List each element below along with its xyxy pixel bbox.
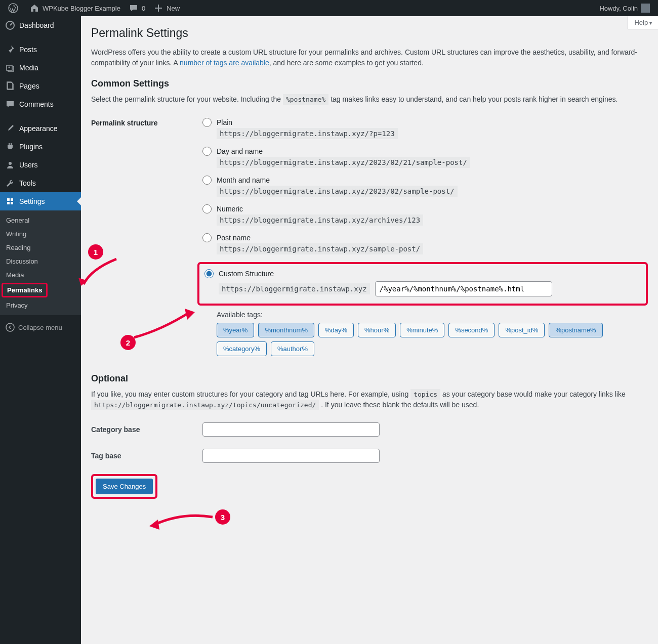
comments-link[interactable]: 0 — [125, 0, 149, 16]
annotation-2: 2 — [120, 335, 136, 350]
wp-logo[interactable] — [4, 0, 25, 16]
custom-base-url: https://bloggermigrate.instawp.xyz — [219, 283, 370, 294]
annotation-arrow-3 — [147, 507, 218, 532]
svg-point-3 — [9, 162, 12, 165]
radio-monthname[interactable] — [202, 176, 212, 185]
svg-rect-4 — [7, 198, 10, 201]
sub-permalinks[interactable]: Permalinks — [2, 283, 48, 297]
admin-bar: WPKube Blogger Example 0 New Howdy, Coli… — [0, 0, 658, 16]
annotation-arrow-2 — [132, 299, 197, 340]
tag-year[interactable]: %year% — [217, 323, 254, 337]
save-button[interactable]: Save Changes — [96, 479, 153, 494]
avatar — [641, 4, 650, 13]
menu-dashboard[interactable]: Dashboard — [0, 16, 81, 34]
comment-icon — [5, 99, 15, 109]
radio-dayname[interactable] — [202, 147, 212, 156]
menu-settings[interactable]: Settings — [0, 192, 81, 210]
radio-postname[interactable] — [202, 233, 212, 242]
collapse-menu[interactable]: Collapse menu — [0, 318, 81, 336]
tag-base-label: Tag base — [91, 452, 202, 460]
label-postname[interactable]: Post name — [217, 234, 251, 242]
menu-media[interactable]: Media — [0, 59, 81, 77]
save-highlight: Save Changes — [91, 474, 157, 499]
radio-numeric[interactable] — [202, 204, 212, 213]
label-plain[interactable]: Plain — [217, 118, 232, 126]
menu-tools[interactable]: Tools — [0, 174, 81, 192]
menu-pages[interactable]: Pages — [0, 77, 81, 95]
custom-structure-input[interactable] — [375, 281, 552, 296]
content-area: Help Permalink Settings WordPress offers… — [81, 16, 658, 644]
new-link[interactable]: New — [149, 0, 184, 16]
svg-rect-6 — [7, 202, 10, 204]
common-desc: Select the permalink structure for your … — [91, 94, 648, 105]
tag-postname[interactable]: %postname% — [549, 323, 602, 337]
tag-category[interactable]: %category% — [217, 341, 267, 356]
account-link[interactable]: Howdy, Colin — [595, 0, 654, 16]
custom-structure-block: Custom Structure https://bloggermigrate.… — [197, 262, 648, 306]
site-link[interactable]: WPKube Blogger Example — [25, 0, 125, 16]
menu-comments[interactable]: Comments — [0, 95, 81, 113]
svg-rect-7 — [11, 202, 13, 204]
tag-monthnum[interactable]: %monthnum% — [258, 323, 314, 337]
plugin-icon — [5, 142, 15, 152]
optional-desc: If you like, you may enter custom struct… — [91, 389, 648, 410]
topics-code: topics — [410, 389, 440, 400]
new-label: New — [167, 5, 180, 12]
admin-sidebar: Dashboard Posts Media Pages Comments App… — [0, 16, 81, 644]
tag-base-input[interactable] — [202, 449, 380, 463]
users-icon — [5, 160, 15, 170]
label-monthname[interactable]: Month and name — [217, 176, 270, 184]
svg-point-2 — [9, 67, 10, 68]
url-postname: https://bloggermigrate.instawp.xyz/sampl… — [217, 243, 423, 254]
category-base-label: Category base — [91, 425, 202, 434]
annotation-3: 3 — [215, 509, 230, 525]
topics-url-code: https://bloggermigrate.instawp.xyz/topic… — [91, 400, 319, 410]
pages-icon — [5, 81, 15, 91]
intro-text: WordPress offers you the ability to crea… — [91, 47, 648, 68]
brush-icon — [5, 123, 15, 134]
home-icon — [29, 3, 39, 13]
tag-post_id[interactable]: %post_id% — [499, 323, 545, 337]
sub-writing[interactable]: Writing — [0, 227, 81, 241]
help-button[interactable]: Help — [628, 16, 658, 29]
label-numeric[interactable]: Numeric — [217, 205, 243, 213]
menu-posts[interactable]: Posts — [0, 40, 81, 59]
tag-author[interactable]: %author% — [271, 341, 314, 356]
wordpress-icon — [8, 3, 18, 13]
menu-appearance[interactable]: Appearance — [0, 119, 81, 138]
common-settings-heading: Common Settings — [91, 78, 648, 89]
url-dayname: https://bloggermigrate.instawp.xyz/2023/… — [217, 157, 470, 168]
radio-custom[interactable] — [204, 269, 214, 278]
sub-privacy[interactable]: Privacy — [0, 298, 81, 312]
page-title: Permalink Settings — [91, 26, 648, 40]
tag-hour[interactable]: %hour% — [358, 323, 396, 337]
label-custom[interactable]: Custom Structure — [219, 270, 274, 278]
label-dayname[interactable]: Day and name — [217, 147, 263, 155]
comment-icon — [129, 3, 139, 13]
url-plain: https://bloggermigrate.instawp.xyz/?p=12… — [217, 128, 398, 139]
sub-general[interactable]: General — [0, 213, 81, 227]
menu-users[interactable]: Users — [0, 156, 81, 174]
tag-minute[interactable]: %minute% — [400, 323, 444, 337]
tags-container: %year%%monthnum%%day%%hour%%minute%%seco… — [217, 323, 648, 356]
comments-count: 0 — [142, 5, 145, 12]
annotation-1: 1 — [88, 244, 103, 260]
tools-icon — [5, 178, 15, 188]
radio-plain[interactable] — [202, 118, 212, 127]
tags-link[interactable]: number of tags are available — [180, 59, 269, 67]
howdy-text: Howdy, Colin — [599, 5, 638, 12]
svg-rect-5 — [11, 198, 13, 201]
plus-icon — [153, 3, 163, 13]
dashboard-icon — [5, 20, 15, 30]
optional-heading: Optional — [91, 373, 648, 384]
category-base-input[interactable] — [202, 422, 380, 437]
menu-plugins[interactable]: Plugins — [0, 138, 81, 156]
postname-tag-code: %postname% — [283, 94, 328, 105]
tag-second[interactable]: %second% — [448, 323, 495, 337]
svg-point-8 — [6, 323, 14, 331]
pin-icon — [5, 45, 15, 55]
site-name: WPKube Blogger Example — [43, 5, 120, 12]
media-icon — [5, 63, 15, 73]
url-monthname: https://bloggermigrate.instawp.xyz/2023/… — [217, 186, 458, 197]
tag-day[interactable]: %day% — [318, 323, 354, 337]
